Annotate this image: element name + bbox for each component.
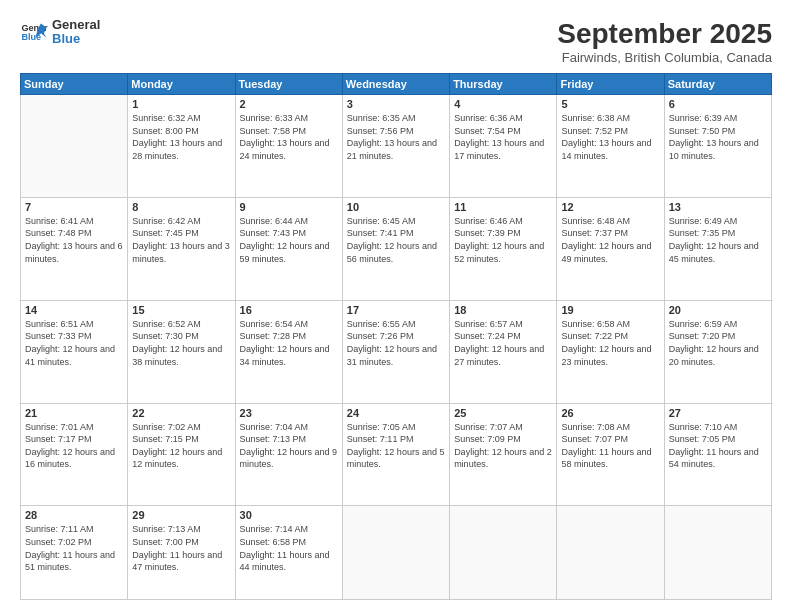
day-number: 29 bbox=[132, 509, 230, 521]
day-number: 10 bbox=[347, 201, 445, 213]
day-info: Sunrise: 7:01 AMSunset: 7:17 PMDaylight:… bbox=[25, 421, 123, 471]
day-info: Sunrise: 6:39 AMSunset: 7:50 PMDaylight:… bbox=[669, 112, 767, 162]
calendar-cell: 13Sunrise: 6:49 AMSunset: 7:35 PMDayligh… bbox=[664, 197, 771, 300]
header-wednesday: Wednesday bbox=[342, 74, 449, 95]
day-info: Sunrise: 7:14 AMSunset: 6:58 PMDaylight:… bbox=[240, 523, 338, 573]
day-number: 9 bbox=[240, 201, 338, 213]
calendar-cell: 29Sunrise: 7:13 AMSunset: 7:00 PMDayligh… bbox=[128, 506, 235, 600]
calendar-cell bbox=[450, 506, 557, 600]
calendar-cell: 30Sunrise: 7:14 AMSunset: 6:58 PMDayligh… bbox=[235, 506, 342, 600]
day-info: Sunrise: 7:05 AMSunset: 7:11 PMDaylight:… bbox=[347, 421, 445, 471]
calendar-cell: 24Sunrise: 7:05 AMSunset: 7:11 PMDayligh… bbox=[342, 403, 449, 506]
calendar-cell: 14Sunrise: 6:51 AMSunset: 7:33 PMDayligh… bbox=[21, 300, 128, 403]
day-info: Sunrise: 6:41 AMSunset: 7:48 PMDaylight:… bbox=[25, 215, 123, 265]
day-number: 2 bbox=[240, 98, 338, 110]
day-info: Sunrise: 6:46 AMSunset: 7:39 PMDaylight:… bbox=[454, 215, 552, 265]
day-number: 25 bbox=[454, 407, 552, 419]
day-number: 4 bbox=[454, 98, 552, 110]
calendar-cell: 7Sunrise: 6:41 AMSunset: 7:48 PMDaylight… bbox=[21, 197, 128, 300]
calendar-cell: 6Sunrise: 6:39 AMSunset: 7:50 PMDaylight… bbox=[664, 95, 771, 198]
calendar-cell: 27Sunrise: 7:10 AMSunset: 7:05 PMDayligh… bbox=[664, 403, 771, 506]
day-info: Sunrise: 6:58 AMSunset: 7:22 PMDaylight:… bbox=[561, 318, 659, 368]
logo: General Blue General Blue bbox=[20, 18, 100, 47]
day-info: Sunrise: 7:08 AMSunset: 7:07 PMDaylight:… bbox=[561, 421, 659, 471]
calendar-cell: 9Sunrise: 6:44 AMSunset: 7:43 PMDaylight… bbox=[235, 197, 342, 300]
day-info: Sunrise: 6:32 AMSunset: 8:00 PMDaylight:… bbox=[132, 112, 230, 162]
day-info: Sunrise: 6:59 AMSunset: 7:20 PMDaylight:… bbox=[669, 318, 767, 368]
day-number: 3 bbox=[347, 98, 445, 110]
calendar-cell: 3Sunrise: 6:35 AMSunset: 7:56 PMDaylight… bbox=[342, 95, 449, 198]
week-row-3: 21Sunrise: 7:01 AMSunset: 7:17 PMDayligh… bbox=[21, 403, 772, 506]
day-info: Sunrise: 7:02 AMSunset: 7:15 PMDaylight:… bbox=[132, 421, 230, 471]
day-number: 1 bbox=[132, 98, 230, 110]
day-number: 20 bbox=[669, 304, 767, 316]
day-number: 23 bbox=[240, 407, 338, 419]
day-info: Sunrise: 6:36 AMSunset: 7:54 PMDaylight:… bbox=[454, 112, 552, 162]
calendar-cell: 12Sunrise: 6:48 AMSunset: 7:37 PMDayligh… bbox=[557, 197, 664, 300]
calendar-cell: 28Sunrise: 7:11 AMSunset: 7:02 PMDayligh… bbox=[21, 506, 128, 600]
day-number: 18 bbox=[454, 304, 552, 316]
day-info: Sunrise: 6:49 AMSunset: 7:35 PMDaylight:… bbox=[669, 215, 767, 265]
day-number: 15 bbox=[132, 304, 230, 316]
day-number: 21 bbox=[25, 407, 123, 419]
calendar-cell: 8Sunrise: 6:42 AMSunset: 7:45 PMDaylight… bbox=[128, 197, 235, 300]
day-info: Sunrise: 6:54 AMSunset: 7:28 PMDaylight:… bbox=[240, 318, 338, 368]
month-title: September 2025 bbox=[557, 18, 772, 50]
day-number: 6 bbox=[669, 98, 767, 110]
day-number: 7 bbox=[25, 201, 123, 213]
header: General Blue General Blue September 2025… bbox=[20, 18, 772, 65]
calendar-cell: 1Sunrise: 6:32 AMSunset: 8:00 PMDaylight… bbox=[128, 95, 235, 198]
day-info: Sunrise: 7:07 AMSunset: 7:09 PMDaylight:… bbox=[454, 421, 552, 471]
calendar-cell: 16Sunrise: 6:54 AMSunset: 7:28 PMDayligh… bbox=[235, 300, 342, 403]
day-number: 17 bbox=[347, 304, 445, 316]
day-info: Sunrise: 7:04 AMSunset: 7:13 PMDaylight:… bbox=[240, 421, 338, 471]
day-number: 24 bbox=[347, 407, 445, 419]
day-info: Sunrise: 6:44 AMSunset: 7:43 PMDaylight:… bbox=[240, 215, 338, 265]
weekday-header-row: Sunday Monday Tuesday Wednesday Thursday… bbox=[21, 74, 772, 95]
calendar-cell: 15Sunrise: 6:52 AMSunset: 7:30 PMDayligh… bbox=[128, 300, 235, 403]
week-row-1: 7Sunrise: 6:41 AMSunset: 7:48 PMDaylight… bbox=[21, 197, 772, 300]
calendar-cell: 25Sunrise: 7:07 AMSunset: 7:09 PMDayligh… bbox=[450, 403, 557, 506]
day-info: Sunrise: 7:10 AMSunset: 7:05 PMDaylight:… bbox=[669, 421, 767, 471]
calendar-cell: 22Sunrise: 7:02 AMSunset: 7:15 PMDayligh… bbox=[128, 403, 235, 506]
calendar-cell bbox=[342, 506, 449, 600]
day-info: Sunrise: 6:35 AMSunset: 7:56 PMDaylight:… bbox=[347, 112, 445, 162]
calendar-cell: 23Sunrise: 7:04 AMSunset: 7:13 PMDayligh… bbox=[235, 403, 342, 506]
day-info: Sunrise: 7:11 AMSunset: 7:02 PMDaylight:… bbox=[25, 523, 123, 573]
calendar-cell: 21Sunrise: 7:01 AMSunset: 7:17 PMDayligh… bbox=[21, 403, 128, 506]
calendar-cell: 4Sunrise: 6:36 AMSunset: 7:54 PMDaylight… bbox=[450, 95, 557, 198]
week-row-4: 28Sunrise: 7:11 AMSunset: 7:02 PMDayligh… bbox=[21, 506, 772, 600]
calendar-cell: 5Sunrise: 6:38 AMSunset: 7:52 PMDaylight… bbox=[557, 95, 664, 198]
day-info: Sunrise: 6:45 AMSunset: 7:41 PMDaylight:… bbox=[347, 215, 445, 265]
title-block: September 2025 Fairwinds, British Columb… bbox=[557, 18, 772, 65]
day-info: Sunrise: 6:52 AMSunset: 7:30 PMDaylight:… bbox=[132, 318, 230, 368]
week-row-2: 14Sunrise: 6:51 AMSunset: 7:33 PMDayligh… bbox=[21, 300, 772, 403]
day-number: 16 bbox=[240, 304, 338, 316]
calendar-cell: 2Sunrise: 6:33 AMSunset: 7:58 PMDaylight… bbox=[235, 95, 342, 198]
calendar-cell: 10Sunrise: 6:45 AMSunset: 7:41 PMDayligh… bbox=[342, 197, 449, 300]
calendar-cell bbox=[21, 95, 128, 198]
day-info: Sunrise: 6:38 AMSunset: 7:52 PMDaylight:… bbox=[561, 112, 659, 162]
day-info: Sunrise: 6:42 AMSunset: 7:45 PMDaylight:… bbox=[132, 215, 230, 265]
calendar-cell bbox=[557, 506, 664, 600]
day-info: Sunrise: 6:51 AMSunset: 7:33 PMDaylight:… bbox=[25, 318, 123, 368]
day-number: 27 bbox=[669, 407, 767, 419]
header-tuesday: Tuesday bbox=[235, 74, 342, 95]
day-number: 5 bbox=[561, 98, 659, 110]
calendar-cell: 26Sunrise: 7:08 AMSunset: 7:07 PMDayligh… bbox=[557, 403, 664, 506]
day-number: 8 bbox=[132, 201, 230, 213]
calendar-cell: 11Sunrise: 6:46 AMSunset: 7:39 PMDayligh… bbox=[450, 197, 557, 300]
day-info: Sunrise: 6:33 AMSunset: 7:58 PMDaylight:… bbox=[240, 112, 338, 162]
header-friday: Friday bbox=[557, 74, 664, 95]
day-number: 22 bbox=[132, 407, 230, 419]
location: Fairwinds, British Columbia, Canada bbox=[557, 50, 772, 65]
logo-blue: Blue bbox=[52, 32, 100, 46]
day-number: 19 bbox=[561, 304, 659, 316]
day-number: 28 bbox=[25, 509, 123, 521]
week-row-0: 1Sunrise: 6:32 AMSunset: 8:00 PMDaylight… bbox=[21, 95, 772, 198]
calendar-cell: 18Sunrise: 6:57 AMSunset: 7:24 PMDayligh… bbox=[450, 300, 557, 403]
header-sunday: Sunday bbox=[21, 74, 128, 95]
calendar-cell: 19Sunrise: 6:58 AMSunset: 7:22 PMDayligh… bbox=[557, 300, 664, 403]
header-thursday: Thursday bbox=[450, 74, 557, 95]
day-info: Sunrise: 6:55 AMSunset: 7:26 PMDaylight:… bbox=[347, 318, 445, 368]
